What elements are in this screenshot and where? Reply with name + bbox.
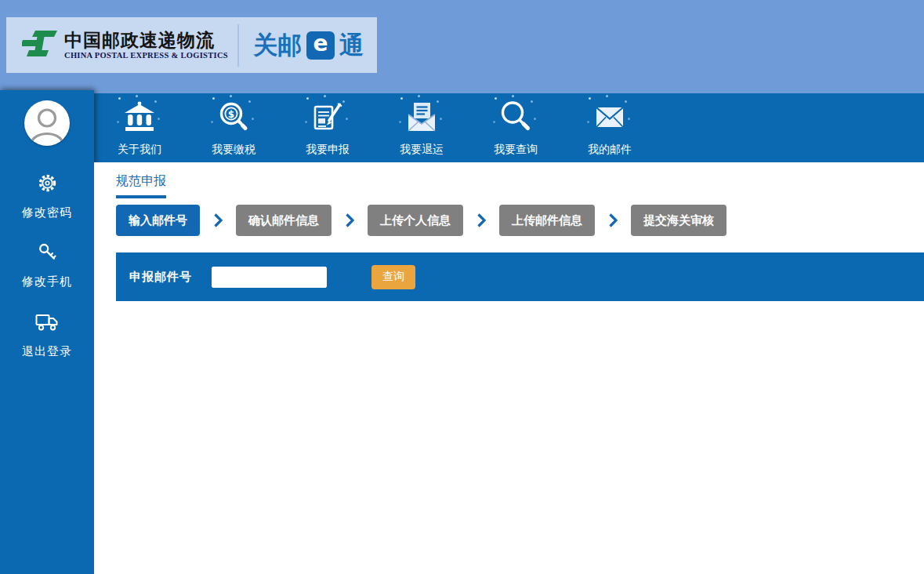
main-content: 规范申报 输入邮件号 确认邮件信息 上传个人信息 上传邮件信息 提交海关审核 申…	[94, 162, 924, 574]
brand-name-cn: 中国邮政速递物流	[64, 31, 228, 49]
brand-text: 中国邮政速递物流 CHINA POSTAL EXPRESS & LOGISTIC…	[64, 31, 228, 60]
tax-coin-magnifier-icon: $	[216, 100, 252, 136]
svg-text:$: $	[228, 109, 234, 120]
declaration-query-bar: 申报邮件号 查询	[116, 252, 924, 301]
mail-envelope-icon	[592, 100, 628, 136]
step-confirm-mail-info[interactable]: 确认邮件信息	[236, 205, 332, 236]
product-logo-left: 关邮	[253, 29, 302, 62]
step-submit-customs-review[interactable]: 提交海关审核	[631, 205, 727, 236]
china-post-logo-icon	[22, 31, 58, 60]
declare-document-pen-icon	[310, 100, 346, 136]
main-nav: 关于我们 $ 我要缴税	[94, 93, 924, 162]
declaration-mail-number-label: 申报邮件号	[129, 270, 192, 285]
nav-item-my-mail[interactable]: 我的邮件	[574, 93, 645, 157]
app-window: 中国邮政速递物流 CHINA POSTAL EXPRESS & LOGISTIC…	[0, 0, 924, 574]
sidebar-item-change-password[interactable]: 修改密码	[0, 173, 94, 220]
step-wizard: 输入邮件号 确认邮件信息 上传个人信息 上传邮件信息 提交海关审核	[116, 205, 727, 236]
brand-banner: 中国邮政速递物流 CHINA POSTAL EXPRESS & LOGISTIC…	[6, 17, 377, 73]
step-chevron-icon	[332, 213, 368, 227]
step-chevron-icon	[463, 213, 499, 227]
user-avatar	[24, 100, 70, 146]
truck-icon	[35, 313, 59, 335]
query-button[interactable]: 查询	[371, 265, 415, 289]
step-upload-personal-info[interactable]: 上传个人信息	[368, 205, 463, 236]
banner-divider	[237, 24, 239, 67]
sidebar-item-label: 修改手机	[0, 274, 94, 289]
nav-item-pay-tax[interactable]: $ 我要缴税	[198, 93, 269, 157]
step-chevron-icon	[200, 213, 236, 227]
person-icon	[24, 100, 70, 146]
sidebar-item-label: 退出登录	[0, 344, 94, 359]
step-upload-mail-info[interactable]: 上传邮件信息	[499, 205, 595, 236]
declaration-mail-number-input[interactable]	[212, 267, 327, 288]
gear-icon	[38, 173, 57, 196]
sidebar: 修改密码 修改手机 退出登录	[0, 90, 94, 574]
step-chevron-icon	[595, 213, 631, 227]
product-logo-e-badge: e	[306, 31, 335, 60]
nav-item-query[interactable]: 我要查询	[480, 93, 551, 157]
return-open-envelope-icon	[404, 100, 440, 136]
nav-item-declare[interactable]: 我要申报	[292, 93, 363, 157]
sidebar-item-logout[interactable]: 退出登录	[0, 313, 94, 359]
nav-label: 我的邮件	[588, 143, 632, 157]
tab-standard-declaration[interactable]: 规范申报	[116, 173, 166, 198]
nav-label: 我要查询	[494, 143, 538, 157]
product-logo: 关邮 e 通	[253, 29, 364, 62]
sidebar-item-change-phone[interactable]: 修改手机	[0, 242, 94, 289]
sidebar-item-label: 修改密码	[0, 205, 94, 220]
brand-name-en: CHINA POSTAL EXPRESS & LOGISTICS	[64, 51, 228, 60]
nav-item-about-us[interactable]: 关于我们	[104, 93, 175, 157]
product-logo-right: 通	[339, 29, 364, 62]
step-enter-mail-number[interactable]: 输入邮件号	[116, 205, 200, 236]
top-band: 中国邮政速递物流 CHINA POSTAL EXPRESS & LOGISTIC…	[0, 0, 924, 93]
bank-building-icon	[121, 100, 158, 136]
nav-label: 我要退运	[400, 143, 444, 157]
nav-item-return-shipment[interactable]: 我要退运	[386, 93, 457, 157]
nav-label: 我要缴税	[212, 143, 255, 157]
key-icon	[38, 242, 57, 265]
nav-label: 我要申报	[306, 143, 350, 157]
nav-label: 关于我们	[118, 143, 161, 157]
search-magnifier-icon	[498, 100, 534, 136]
